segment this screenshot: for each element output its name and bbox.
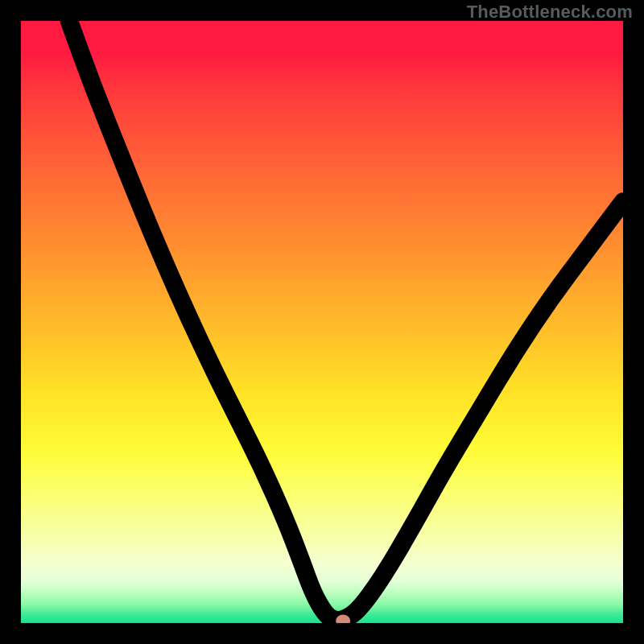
curve-layer: [21, 21, 623, 623]
plot-area: [21, 21, 623, 623]
bottleneck-curve: [69, 21, 623, 620]
chart-frame: TheBottleneck.com: [0, 0, 644, 644]
watermark-text: TheBottleneck.com: [467, 2, 633, 23]
